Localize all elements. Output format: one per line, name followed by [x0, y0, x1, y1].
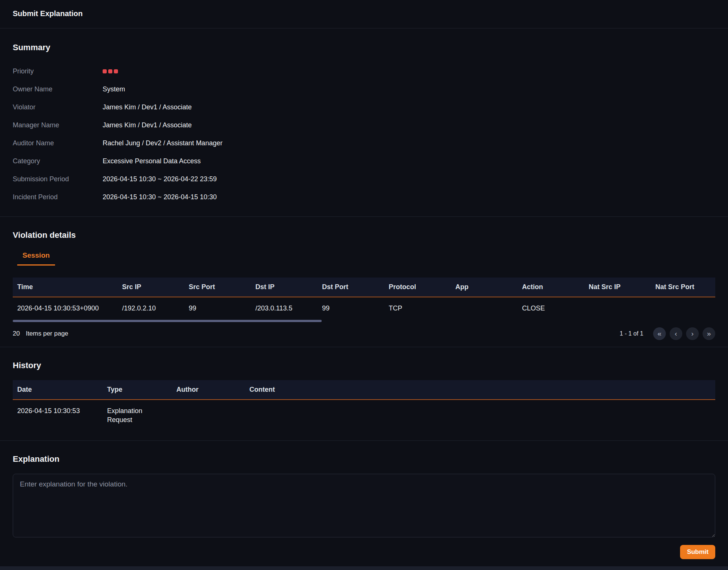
- cell-dst-ip: /203.0.113.5: [251, 297, 318, 319]
- summary-section: Summary Priority Owner Name System Viola…: [0, 43, 728, 216]
- priority-dot-icon: [114, 69, 118, 73]
- pagination-bar: 20 Items per page 1 - 1 of 1 « ‹ › »: [13, 322, 715, 347]
- previous-page-button[interactable]: ‹: [670, 327, 682, 340]
- session-table-header-row: Time Src IP Src Port Dst IP Dst Port Pro…: [13, 278, 715, 297]
- field-row-priority: Priority: [13, 62, 715, 80]
- field-row-incident-period: Incident Period 2026-04-15 10:30 ~ 2026-…: [13, 188, 715, 206]
- priority-indicator: [103, 69, 118, 73]
- column-header-nat-src-ip: Nat Src IP: [584, 278, 651, 297]
- column-header-time: Time: [13, 278, 118, 297]
- violation-details-section: Violation details Session Time Src IP Sr…: [0, 230, 728, 347]
- tab-session[interactable]: Session: [17, 251, 55, 266]
- page-title: Submit Explanation: [13, 9, 83, 18]
- next-page-icon: ›: [691, 330, 694, 337]
- priority-dot-icon: [108, 69, 112, 73]
- column-header-type: Type: [103, 380, 172, 400]
- cell-src-port: 99: [184, 297, 251, 319]
- first-page-icon: «: [658, 330, 662, 337]
- field-label: Violator: [13, 103, 103, 111]
- divider: [0, 440, 728, 441]
- pagination-range-label: 1 - 1 of 1: [620, 330, 643, 337]
- cell-date: 2026-04-15 10:30:53: [13, 400, 103, 431]
- history-table: Date Type Author Content 2026-04-15 10:3…: [13, 380, 715, 431]
- field-row-violator: Violator James Kim / Dev1 / Associate: [13, 98, 715, 116]
- page-horizontal-scrollbar[interactable]: [0, 566, 728, 570]
- cell-time: 2026-04-15 10:30:53+0900: [13, 297, 118, 319]
- field-label: Category: [13, 157, 103, 165]
- violation-details-heading: Violation details: [13, 230, 715, 240]
- field-value: James Kim / Dev1 / Associate: [103, 121, 192, 129]
- submit-row: Submit: [13, 545, 715, 568]
- explanation-section: Explanation Submit: [0, 454, 728, 568]
- next-page-button[interactable]: ›: [686, 327, 699, 340]
- explanation-heading: Explanation: [13, 454, 715, 464]
- field-value: 2026-04-15 10:30 ~ 2026-04-15 10:30: [103, 193, 217, 201]
- field-label: Priority: [13, 67, 103, 75]
- column-header-content: Content: [245, 380, 715, 400]
- items-per-page: 20 Items per page: [13, 330, 68, 337]
- field-value: 2026-04-15 10:30 ~ 2026-04-22 23:59: [103, 175, 217, 183]
- field-value: Rachel Jung / Dev2 / Assistant Manager: [103, 139, 222, 147]
- last-page-icon: »: [707, 330, 711, 337]
- column-header-src-ip: Src IP: [118, 278, 184, 297]
- divider: [0, 216, 728, 217]
- column-header-dst-ip: Dst IP: [251, 278, 318, 297]
- column-header-protocol: Protocol: [384, 278, 451, 297]
- first-page-button[interactable]: «: [653, 327, 666, 340]
- field-value: Excessive Personal Data Access: [103, 157, 201, 165]
- field-value: System: [103, 85, 125, 93]
- column-header-src-port: Src Port: [184, 278, 251, 297]
- violation-details-tabs: Session: [13, 251, 715, 266]
- field-label: Incident Period: [13, 193, 103, 201]
- previous-page-icon: ‹: [675, 330, 677, 337]
- last-page-button[interactable]: »: [703, 327, 715, 340]
- session-table: Time Src IP Src Port Dst IP Dst Port Pro…: [13, 278, 715, 319]
- column-header-nat-src-port: Nat Src Port: [651, 278, 715, 297]
- priority-dot-icon: [103, 69, 107, 73]
- summary-heading: Summary: [13, 43, 715, 52]
- cell-action: CLOSE: [518, 297, 584, 319]
- field-value: James Kim / Dev1 / Associate: [103, 103, 192, 111]
- table-row: 2026-04-15 10:30:53+0900 /192.0.2.10 99 …: [13, 297, 715, 319]
- summary-fields: Priority Owner Name System Violator Jame…: [13, 62, 715, 216]
- column-header-app: App: [451, 278, 518, 297]
- field-label: Manager Name: [13, 121, 103, 129]
- column-header-date: Date: [13, 380, 103, 400]
- table-row: 2026-04-15 10:30:53 Explanation Request: [13, 400, 715, 431]
- pager-controls: 1 - 1 of 1 « ‹ › »: [620, 327, 715, 340]
- cell-author: [172, 400, 245, 431]
- column-header-action: Action: [518, 278, 584, 297]
- field-label: Submission Period: [13, 175, 103, 183]
- field-label: Owner Name: [13, 85, 103, 93]
- field-row-auditor-name: Auditor Name Rachel Jung / Dev2 / Assist…: [13, 134, 715, 152]
- field-label: Auditor Name: [13, 139, 103, 147]
- cell-protocol: TCP: [384, 297, 451, 319]
- cell-dst-port: 99: [318, 297, 384, 319]
- divider: [0, 347, 728, 347]
- history-table-header-row: Date Type Author Content: [13, 380, 715, 400]
- history-section: History Date Type Author Content 2026-04…: [0, 361, 728, 440]
- cell-type: Explanation Request: [103, 400, 172, 431]
- items-per-page-label: Items per page: [26, 330, 68, 337]
- cell-nat-src-port: [651, 297, 715, 319]
- cell-app: [451, 297, 518, 319]
- submit-button[interactable]: Submit: [680, 545, 715, 559]
- field-row-category: Category Excessive Personal Data Access: [13, 152, 715, 170]
- items-per-page-select[interactable]: 20: [13, 330, 20, 337]
- history-heading: History: [13, 361, 715, 370]
- cell-src-ip: /192.0.2.10: [118, 297, 184, 319]
- cell-content: [245, 400, 715, 431]
- column-header-dst-port: Dst Port: [318, 278, 384, 297]
- column-header-author: Author: [172, 380, 245, 400]
- field-row-submission-period: Submission Period 2026-04-15 10:30 ~ 202…: [13, 170, 715, 188]
- cell-nat-src-ip: [584, 297, 651, 319]
- field-row-manager-name: Manager Name James Kim / Dev1 / Associat…: [13, 116, 715, 134]
- field-row-owner-name: Owner Name System: [13, 80, 715, 98]
- page-header: Submit Explanation: [0, 0, 728, 28]
- explanation-textarea[interactable]: [13, 474, 715, 537]
